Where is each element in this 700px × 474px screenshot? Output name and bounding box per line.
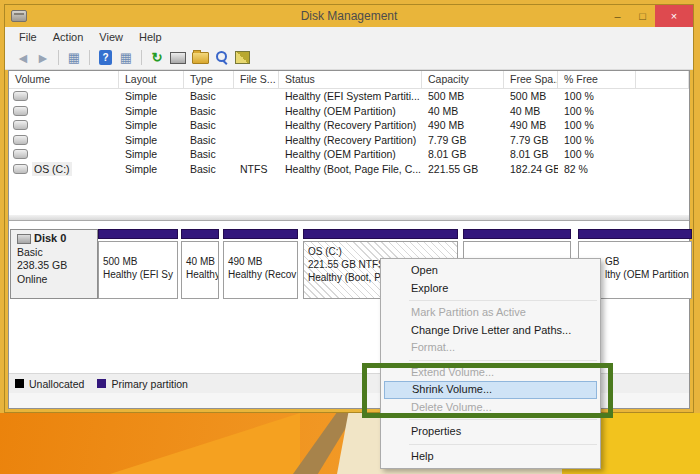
column-header-status[interactable]: Status — [279, 71, 422, 88]
partition-status-bar — [578, 229, 692, 239]
context-menu-separator — [409, 300, 597, 301]
cell: Simple — [119, 133, 184, 148]
context-menu-item-change-drive-letter-and-paths[interactable]: Change Drive Letter and Paths... — [381, 322, 600, 340]
cell: Simple — [119, 147, 184, 162]
open-folder-icon[interactable] — [192, 52, 209, 64]
cell: Basic — [184, 89, 234, 104]
volume-cell — [9, 133, 119, 148]
table-row[interactable]: SimpleBasicHealthy (OEM Partition)8.01 G… — [9, 147, 689, 162]
context-menu-item-properties[interactable]: Properties — [381, 423, 600, 441]
console-tree-icon[interactable]: ▦ — [64, 48, 84, 68]
toolbar: ◄►▦?▦↻ — [5, 46, 693, 70]
volume-icon — [13, 135, 28, 145]
cell — [636, 118, 689, 133]
table-row[interactable]: SimpleBasicHealthy (Recovery Partition)4… — [9, 118, 689, 133]
cell: Healthy (OEM Partition) — [279, 147, 422, 162]
help-icon[interactable]: ? — [99, 50, 112, 65]
back-icon[interactable]: ◄ — [13, 48, 33, 68]
pane-splitter[interactable] — [9, 214, 689, 221]
volume-name: OS (C:) — [32, 162, 72, 177]
column-header-file-s[interactable]: File S... — [234, 71, 279, 88]
column-header-free-spa[interactable]: Free Spa... — [504, 71, 558, 88]
partition-status-bar — [223, 229, 298, 239]
cell: 100 % — [558, 118, 636, 133]
minimize-button[interactable]: – — [605, 5, 630, 27]
column-header-layout[interactable]: Layout — [119, 71, 184, 88]
partition-efi-system[interactable]: 500 MBHealthy (EFI Sy — [98, 229, 178, 299]
column-header-volume[interactable]: Volume — [9, 71, 119, 88]
table-row[interactable]: SimpleBasicHealthy (Recovery Partition)7… — [9, 133, 689, 148]
cell: Healthy (Recovery Partition) — [279, 118, 422, 133]
cell: Basic — [184, 118, 234, 133]
cell — [636, 133, 689, 148]
close-button[interactable]: × — [655, 5, 693, 27]
menu-view[interactable]: View — [91, 31, 131, 43]
partition-oem-40mb[interactable]: 40 MBHealthy — [181, 229, 219, 299]
cell: 7.79 GB — [422, 133, 504, 148]
titlebar[interactable]: Disk Management – □ × — [5, 5, 693, 27]
disk-icon — [17, 234, 31, 244]
toolbar-separator — [89, 50, 90, 65]
volume-cell: OS (C:) — [9, 162, 119, 177]
cell: 40 MB — [422, 104, 504, 119]
maximize-button[interactable]: □ — [630, 5, 655, 27]
legend-item-unallocated: Unallocated — [15, 378, 84, 390]
disk-type: Basic — [17, 246, 97, 260]
cell: Simple — [119, 118, 184, 133]
cell: Basic — [184, 133, 234, 148]
search-icon[interactable] — [214, 50, 230, 66]
forward-icon[interactable]: ► — [33, 48, 53, 68]
column-header-capacity[interactable]: Capacity — [422, 71, 504, 88]
context-menu-separator — [409, 444, 597, 445]
volume-icon — [13, 120, 28, 130]
cell — [636, 147, 689, 162]
table-row[interactable]: SimpleBasicHealthy (EFI System Partiti..… — [9, 89, 689, 104]
legend-label: Primary partition — [111, 378, 187, 390]
cell: Healthy (Recovery Partition) — [279, 133, 422, 148]
disk-0-label-panel[interactable]: Disk 0 Basic 238.35 GB Online — [10, 229, 98, 299]
volume-list: VolumeLayoutTypeFile S...StatusCapacityF… — [9, 71, 689, 213]
legend-label: Unallocated — [29, 378, 84, 390]
menu-action[interactable]: Action — [45, 31, 92, 43]
action-pane-icon[interactable]: ▦ — [116, 48, 136, 68]
volume-icon — [13, 106, 28, 116]
menu-file[interactable]: File — [11, 31, 45, 43]
volume-cell — [9, 89, 119, 104]
partition-status-bar — [463, 229, 571, 239]
context-menu-item-explore[interactable]: Explore — [381, 280, 600, 298]
menu-help[interactable]: Help — [131, 31, 170, 43]
table-row[interactable]: SimpleBasicHealthy (OEM Partition)40 MB4… — [9, 104, 689, 119]
partition-recovery[interactable]: 490 MBHealthy (Recov — [223, 229, 298, 299]
context-menu-item-help[interactable]: Help — [381, 448, 600, 466]
cell: 7.79 GB — [504, 133, 558, 148]
legend-swatch — [97, 379, 106, 388]
device-properties-icon[interactable] — [170, 52, 186, 64]
column-header-type[interactable]: Type — [184, 71, 234, 88]
settings-grid-icon[interactable] — [235, 51, 250, 64]
refresh-icon[interactable]: ↻ — [147, 48, 167, 68]
cell: Simple — [119, 89, 184, 104]
cell: 182.24 GB — [504, 162, 558, 177]
legend-swatch — [15, 379, 24, 388]
disk-capacity: 238.35 GB — [17, 259, 97, 273]
context-menu-item-open[interactable]: Open — [381, 262, 600, 280]
partition-status-bar — [98, 229, 178, 239]
volume-icon — [13, 164, 28, 174]
screen: Disk Management – □ × FileActionViewHelp… — [0, 0, 700, 474]
volume-cell — [9, 118, 119, 133]
disk-name: Disk 0 — [34, 232, 66, 246]
partition-label: 40 MBHealthy — [181, 241, 219, 299]
partition-label: 490 MBHealthy (Recov — [223, 241, 298, 299]
cell — [234, 118, 279, 133]
table-row[interactable]: OS (C:)SimpleBasicNTFSHealthy (Boot, Pag… — [9, 162, 689, 177]
context-menu-separator — [409, 360, 597, 361]
column-header-free[interactable]: % Free — [558, 71, 636, 88]
cell: 100 % — [558, 104, 636, 119]
cell: 100 % — [558, 133, 636, 148]
column-header-blank[interactable] — [636, 71, 689, 88]
app-icon — [11, 10, 27, 22]
cell: 500 MB — [422, 89, 504, 104]
cell: Healthy (OEM Partition) — [279, 104, 422, 119]
partition-status-bar — [181, 229, 219, 239]
cell — [234, 104, 279, 119]
